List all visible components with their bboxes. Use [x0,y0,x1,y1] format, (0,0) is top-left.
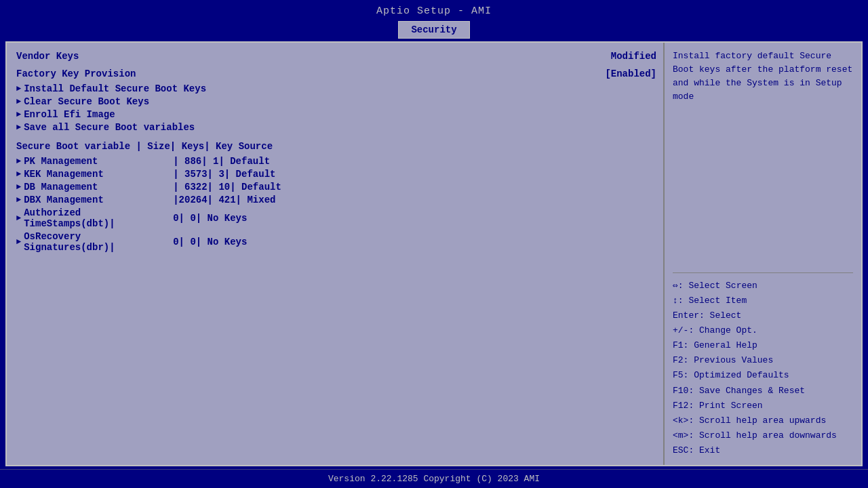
table-row-dbt[interactable]: ► Authorized TimeStamps(dbt)| 0| 0| No K… [16,207,656,229]
key-hint-k: <k>: Scroll help area upwards [673,413,853,428]
menu-item-install-label: Install Default Secure Boot Keys [24,83,206,94]
table-header: Secure Boot variable | Size| Keys| Key S… [16,141,656,152]
key-hint-f2: F2: Previous Values [673,353,853,368]
arrow-icon-db: ► [16,182,21,192]
menu-item-clear-label: Clear Secure Boot Keys [24,96,149,107]
menu-item-install[interactable]: ► Install Default Secure Boot Keys [16,83,656,94]
dbr-data: 0| 0| No Keys [173,237,247,247]
menu-item-enroll[interactable]: ► Enroll Efi Image [16,109,656,120]
app: Aptio Setup - AMI Security Vendor Keys M… [0,0,868,488]
version-text: Version 2.22.1285 Copyright (C) 2023 AMI [328,474,540,484]
db-data: | 6322| 10| Default [173,182,281,192]
arrow-icon-kek: ► [16,169,21,179]
key-hint-m: <m>: Scroll help area downwards [673,428,853,443]
arrow-icon-save: ► [16,123,21,132]
arrow-icon-install: ► [16,84,21,94]
menu-item-enroll-label: Enroll Efi Image [24,109,115,120]
help-text: Install factory default Secure Boot keys… [673,49,853,262]
app-title: Aptio Setup - AMI [376,5,492,17]
tab-security[interactable]: Security [398,21,469,39]
table-row-dbr[interactable]: ► OsRecovery Signatures(dbr)| 0| 0| No K… [16,231,656,253]
db-name: DB Management [24,182,173,192]
factory-key-label: Factory Key Provision [16,68,136,79]
table-row-kek[interactable]: ► KEK Management | 3573| 3| Default [16,169,656,180]
table-row-pk[interactable]: ► PK Management | 886| 1| Default [16,156,656,167]
main-area: Vendor Keys Modified Factory Key Provisi… [5,41,863,466]
menu-item-save-label: Save all Secure Boot variables [24,122,195,133]
arrow-icon-pk: ► [16,157,21,166]
arrow-icon-dbx: ► [16,195,21,205]
key-hint-enter: Enter: Select [673,308,853,323]
vendor-row: Vendor Keys Modified [16,51,656,62]
dbt-name: Authorized TimeStamps(dbt)| [24,207,173,229]
dbx-name: DBX Management [24,195,173,205]
key-help: ⇔︎: Select Screen ↕︎: Select Item Enter:… [673,279,853,458]
kek-name: KEK Management [24,169,173,180]
pk-data: | 886| 1| Default [173,156,270,167]
arrow-icon-dbt: ► [16,214,21,223]
pk-name: PK Management [24,156,173,167]
bottom-bar: Version 2.22.1285 Copyright (C) 2023 AMI [0,469,868,488]
key-hint-f12: F12: Print Screen [673,399,853,413]
key-hint-f10: F10: Save Changes & Reset [673,384,853,399]
key-hint-updown: ↕︎: Select Item [673,293,853,308]
arrow-icon-clear: ► [16,97,21,106]
dbx-data: |20264| 421| Mixed [173,195,275,205]
key-hint-f1: F1: General Help [673,338,853,353]
kek-data: | 3573| 3| Default [173,169,275,180]
divider [673,272,853,273]
menu-item-save[interactable]: ► Save all Secure Boot variables [16,122,656,133]
factory-key-value: [Enabled] [605,68,656,79]
arrow-icon-enroll: ► [16,110,21,119]
dbr-name: OsRecovery Signatures(dbr)| [24,231,173,253]
key-hint-esc: ESC: Exit [673,443,853,458]
left-panel: Vendor Keys Modified Factory Key Provisi… [7,43,665,465]
menu-item-clear[interactable]: ► Clear Secure Boot Keys [16,96,656,107]
tab-bar: Security [0,20,868,39]
key-hint-arrows: ⇔︎: Select Screen [673,279,853,293]
arrow-icon-dbr: ► [16,237,21,247]
key-hint-plusminus: +/-: Change Opt. [673,323,853,338]
dbt-data: 0| 0| No Keys [173,213,247,224]
right-panel: Install factory default Secure Boot keys… [665,43,861,465]
key-hint-f5: F5: Optimized Defaults [673,368,853,383]
vendor-keys-value: Modified [611,51,656,62]
factory-key-row: Factory Key Provision [Enabled] [16,68,656,79]
table-row-dbx[interactable]: ► DBX Management |20264| 421| Mixed [16,195,656,205]
vendor-keys-label: Vendor Keys [16,51,79,62]
table-row-db[interactable]: ► DB Management | 6322| 10| Default [16,182,656,192]
top-bar: Aptio Setup - AMI [0,0,868,20]
